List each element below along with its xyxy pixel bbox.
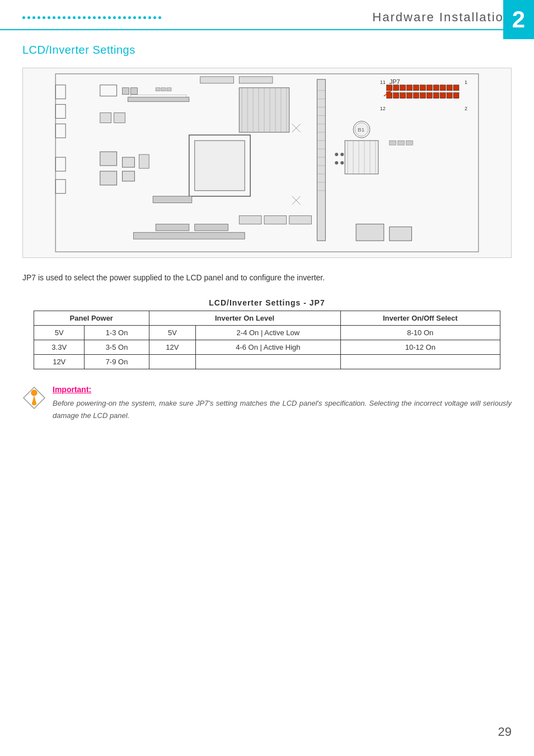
important-title: Important: bbox=[53, 385, 512, 394]
svg-rect-88 bbox=[114, 113, 125, 123]
svg-text:1: 1 bbox=[465, 79, 467, 85]
svg-rect-5 bbox=[55, 180, 65, 194]
svg-text:B1: B1 bbox=[358, 126, 365, 133]
header-dot bbox=[98, 16, 101, 19]
svg-rect-81 bbox=[420, 93, 425, 98]
header-title: Hardware Installation bbox=[372, 10, 512, 25]
svg-rect-4 bbox=[55, 157, 65, 171]
cell-panel-jumper-3: 7-9 On bbox=[85, 354, 149, 369]
svg-text:11: 11 bbox=[380, 79, 386, 85]
page-header: Hardware Installation bbox=[0, 0, 534, 30]
svg-rect-2 bbox=[55, 105, 65, 119]
svg-rect-65 bbox=[387, 85, 392, 91]
header-dot bbox=[43, 16, 45, 19]
header-dot bbox=[38, 16, 40, 19]
svg-text:12: 12 bbox=[380, 106, 386, 111]
svg-rect-29 bbox=[139, 154, 149, 168]
cell-panel-power-2: 3.3V bbox=[34, 340, 85, 354]
svg-rect-82 bbox=[427, 93, 432, 98]
header-dot bbox=[133, 16, 136, 19]
cell-inv-select-1: 8-10 On bbox=[340, 325, 500, 340]
cell-inv-voltage-3 bbox=[149, 354, 196, 369]
important-content: Important: Before powering-on the system… bbox=[53, 385, 512, 422]
svg-rect-66 bbox=[394, 85, 399, 91]
svg-point-108 bbox=[31, 390, 37, 396]
header-dot bbox=[123, 16, 126, 19]
board-svg: JP7 11 1 12 2 bbox=[23, 68, 511, 257]
cell-panel-jumper-1: 1-3 On bbox=[85, 325, 149, 340]
col-header-panel-power: Panel Power bbox=[34, 311, 149, 325]
svg-rect-91 bbox=[264, 215, 287, 224]
svg-rect-71 bbox=[427, 85, 432, 91]
svg-rect-12 bbox=[239, 77, 273, 83]
svg-rect-87 bbox=[100, 113, 111, 123]
header-dot bbox=[58, 16, 60, 19]
header-dot bbox=[113, 16, 116, 19]
header-dot bbox=[128, 16, 131, 19]
table-title: LCD/Inverter Settings - JP7 bbox=[34, 298, 500, 307]
header-dot bbox=[78, 16, 81, 19]
svg-rect-78 bbox=[400, 93, 406, 98]
section-title: LCD/Inverter Settings bbox=[22, 44, 512, 57]
cell-inv-select-3 bbox=[340, 354, 500, 369]
svg-point-46 bbox=[335, 161, 338, 165]
svg-rect-11 bbox=[200, 77, 234, 83]
board-diagram: JP7 11 1 12 2 bbox=[22, 68, 512, 258]
svg-rect-67 bbox=[400, 85, 406, 91]
chapter-badge: 2 bbox=[503, 0, 534, 39]
svg-rect-53 bbox=[345, 140, 378, 174]
header-dot bbox=[118, 16, 121, 19]
cell-panel-jumper-2: 3-5 On bbox=[85, 340, 149, 354]
svg-rect-52 bbox=[390, 227, 412, 241]
header-dot bbox=[32, 16, 35, 19]
table-row: 3.3V 3-5 On 12V 4-6 On | Active High 10-… bbox=[34, 340, 500, 354]
header-dot bbox=[53, 16, 55, 19]
table-section: LCD/Inverter Settings - JP7 Panel Power … bbox=[34, 298, 500, 369]
header-dot bbox=[138, 16, 141, 19]
cell-inv-voltage-2: 12V bbox=[149, 340, 196, 354]
table-row: 12V 7-9 On bbox=[34, 354, 500, 369]
svg-point-45 bbox=[340, 153, 344, 156]
header-dot bbox=[27, 16, 30, 19]
svg-rect-1 bbox=[55, 85, 65, 99]
svg-rect-73 bbox=[440, 85, 446, 91]
svg-rect-101 bbox=[161, 88, 166, 91]
svg-rect-9 bbox=[123, 88, 129, 95]
svg-rect-68 bbox=[407, 85, 413, 91]
important-box: Important: Before powering-on the system… bbox=[22, 385, 512, 422]
settings-table: Panel Power Inverter On Level Inverter O… bbox=[34, 311, 500, 369]
svg-rect-90 bbox=[239, 215, 261, 224]
cell-inv-voltage-1: 5V bbox=[149, 325, 196, 340]
svg-rect-70 bbox=[420, 85, 425, 91]
svg-rect-103 bbox=[390, 140, 396, 145]
svg-rect-25 bbox=[100, 152, 117, 166]
svg-rect-74 bbox=[447, 85, 452, 91]
cell-inv-level-3 bbox=[196, 354, 340, 369]
svg-rect-10 bbox=[130, 88, 137, 95]
svg-rect-86 bbox=[453, 93, 459, 98]
header-dot bbox=[73, 16, 76, 19]
header-dot bbox=[103, 16, 106, 19]
header-dot bbox=[63, 16, 65, 19]
svg-rect-24 bbox=[130, 95, 186, 97]
svg-rect-102 bbox=[167, 88, 171, 91]
cell-panel-power-1: 5V bbox=[34, 325, 85, 340]
svg-rect-69 bbox=[413, 85, 419, 91]
svg-rect-80 bbox=[413, 93, 419, 98]
svg-rect-77 bbox=[394, 93, 399, 98]
svg-rect-79 bbox=[407, 93, 413, 98]
header-dot bbox=[93, 16, 96, 19]
svg-rect-28 bbox=[123, 171, 135, 181]
table-row: 5V 1-3 On 5V 2-4 On | Active Low 8-10 On bbox=[34, 325, 500, 340]
col-header-inverter-on-level: Inverter On Level bbox=[149, 311, 340, 325]
svg-rect-84 bbox=[440, 93, 446, 98]
description-text: JP7 is used to select the power supplied… bbox=[22, 271, 512, 285]
header-dot bbox=[22, 16, 25, 19]
svg-text:2: 2 bbox=[465, 106, 467, 111]
svg-text:JP7: JP7 bbox=[390, 78, 400, 85]
header-dot bbox=[148, 16, 151, 19]
svg-rect-100 bbox=[156, 88, 160, 91]
svg-rect-8 bbox=[100, 85, 117, 96]
cell-inv-level-1: 2-4 On | Active Low bbox=[196, 325, 340, 340]
svg-point-44 bbox=[335, 153, 338, 156]
